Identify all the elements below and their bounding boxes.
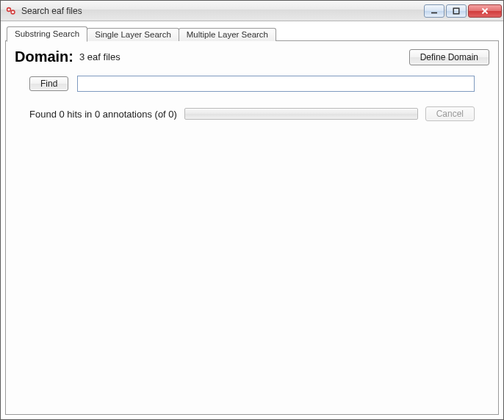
tab-strip: Substring Search Single Layer Search Mul… xyxy=(5,26,499,41)
define-domain-button[interactable]: Define Domain xyxy=(409,49,489,65)
domain-row: Domain: 3 eaf files Define Domain xyxy=(15,48,489,65)
cancel-button: Cancel xyxy=(425,106,475,121)
tab-multiple-layer-search[interactable]: Multiple Layer Search xyxy=(179,28,276,41)
find-row: Find xyxy=(15,76,489,92)
svg-rect-5 xyxy=(453,8,459,14)
tab-panel-substring: Domain: 3 eaf files Define Domain Find F… xyxy=(5,40,499,415)
domain-label: Domain: xyxy=(15,48,73,65)
results-status: Found 0 hits in 0 annotations (of 0) xyxy=(29,109,177,120)
window-controls xyxy=(424,4,502,18)
find-button[interactable]: Find xyxy=(29,76,68,91)
tabs: Substring Search Single Layer Search Mul… xyxy=(5,26,499,415)
progress-bar xyxy=(184,108,418,120)
minimize-button[interactable] xyxy=(424,4,444,18)
close-button[interactable] xyxy=(468,4,502,18)
maximize-button[interactable] xyxy=(446,4,467,18)
titlebar[interactable]: Search eaf files xyxy=(1,1,503,21)
window-title: Search eaf files xyxy=(21,6,424,16)
tab-label: Multiple Layer Search xyxy=(187,30,268,39)
domain-value: 3 eaf files xyxy=(79,51,120,62)
tab-single-layer-search[interactable]: Single Layer Search xyxy=(87,28,179,41)
tab-substring-search[interactable]: Substring Search xyxy=(7,26,87,42)
svg-point-2 xyxy=(7,8,10,10)
search-input[interactable] xyxy=(77,76,475,92)
results-row: Found 0 hits in 0 annotations (of 0) Can… xyxy=(15,106,489,121)
tab-label: Single Layer Search xyxy=(95,30,171,39)
client-area: Substring Search Single Layer Search Mul… xyxy=(1,21,503,419)
tab-label: Substring Search xyxy=(15,29,79,38)
search-eaf-window: Search eaf files Substring Search Single… xyxy=(0,0,504,420)
app-icon xyxy=(5,5,17,17)
svg-point-3 xyxy=(12,10,14,12)
